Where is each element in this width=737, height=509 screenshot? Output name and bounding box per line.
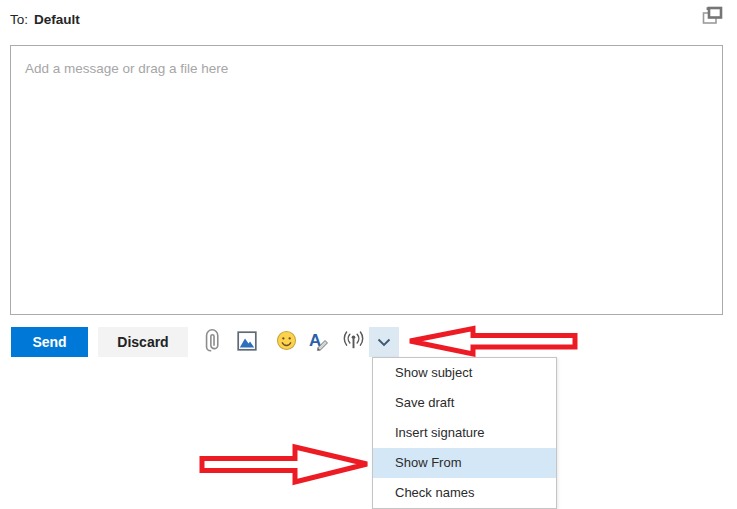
annotation-arrow-right [197, 442, 373, 486]
attach-button[interactable] [199, 327, 227, 357]
attach-icon [201, 327, 225, 358]
insert-image-button[interactable] [233, 327, 261, 357]
more-options-menu: Show subject Save draft Insert signature… [372, 357, 557, 509]
broadcast-icon [341, 328, 366, 356]
message-body-input[interactable]: Add a message or drag a file here [10, 45, 723, 315]
broadcast-button[interactable] [339, 327, 367, 357]
format-text-button[interactable]: A [303, 327, 333, 357]
discard-button[interactable]: Discard [98, 327, 188, 357]
popout-button[interactable] [699, 5, 725, 29]
message-placeholder: Add a message or drag a file here [25, 61, 228, 76]
menu-item-show-from[interactable]: Show From [373, 448, 556, 478]
menu-item-insert-signature[interactable]: Insert signature [373, 418, 556, 448]
menu-item-check-names[interactable]: Check names [373, 478, 556, 508]
popout-icon [700, 15, 724, 30]
to-row: To:Default [10, 12, 80, 27]
to-label: To: [10, 12, 28, 27]
send-button[interactable]: Send [11, 327, 88, 357]
annotation-arrow-left [404, 324, 580, 358]
menu-item-save-draft[interactable]: Save draft [373, 388, 556, 418]
chevron-down-icon [377, 335, 391, 350]
emoji-button[interactable] [272, 327, 300, 357]
menu-item-show-subject[interactable]: Show subject [373, 358, 556, 388]
emoji-icon [276, 330, 297, 354]
to-recipient[interactable]: Default [34, 12, 80, 27]
format-text-icon: A [307, 329, 330, 355]
mail-compose-pane: To:Default Add a message or drag a file … [0, 0, 737, 509]
more-options-toggle[interactable] [369, 327, 399, 357]
insert-image-icon [237, 331, 257, 354]
